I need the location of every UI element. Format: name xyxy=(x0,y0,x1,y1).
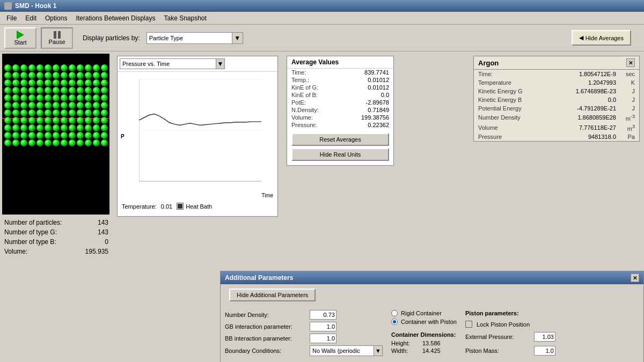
avg-pressure-label: Pressure: xyxy=(291,122,317,128)
particle xyxy=(28,102,35,109)
hide-real-units-button[interactable]: Hide Real Units xyxy=(291,148,389,161)
heatbath-checkbox-container[interactable]: Heat Bath xyxy=(177,203,212,210)
particle xyxy=(4,94,11,101)
particle xyxy=(85,102,92,109)
menu-snapshot[interactable]: Take Snapshot xyxy=(159,13,210,23)
param-bb-interaction: BB interaction parameter: xyxy=(225,334,383,343)
avg-volume-label: Volume: xyxy=(291,114,313,121)
gb-input[interactable] xyxy=(310,322,336,331)
radio-piston-circle[interactable] xyxy=(391,319,398,325)
argon-pressure-value: 9481318.0 xyxy=(547,134,617,140)
avg-kineg-label: KinE of G: xyxy=(291,84,318,91)
piston-mass-input[interactable] xyxy=(534,346,555,356)
boundary-dropdown-arrow[interactable]: ▼ xyxy=(374,345,383,356)
particle xyxy=(36,117,43,124)
chart-x-label: Time xyxy=(261,193,273,198)
particle xyxy=(101,72,108,79)
particle xyxy=(28,117,35,124)
particle xyxy=(77,79,84,86)
radio-rigid[interactable]: Rigid Container xyxy=(391,310,457,316)
particle xyxy=(93,139,100,146)
particle xyxy=(69,109,76,116)
menu-edit[interactable]: Edit xyxy=(21,13,41,23)
particle xyxy=(93,102,100,109)
particle xyxy=(45,132,52,139)
chart-svg: 0.5 0.0 -0.5 847.0 847.5 848.0 xyxy=(139,76,261,184)
particle xyxy=(77,64,84,71)
hide-averages-button[interactable]: ◀ Hide Averages xyxy=(572,30,631,46)
argon-time-value: 1.8054712E-9 xyxy=(547,71,617,77)
radio-piston[interactable]: Container with Piston xyxy=(391,319,457,325)
width-value: 14.425 xyxy=(422,348,449,354)
chart-dropdown-arrow[interactable]: ▼ xyxy=(216,58,225,69)
typeB-label: Number of type B: xyxy=(4,238,56,246)
avg-pote-value: -2.89678 xyxy=(366,99,389,106)
particle xyxy=(93,79,100,86)
typeG-label: Number of type G: xyxy=(4,228,57,236)
particle xyxy=(93,117,100,124)
particle xyxy=(36,132,43,139)
particle xyxy=(53,79,60,86)
averages-panel: Average Values Time: 839.7741 Temp.: 0.0… xyxy=(287,56,394,166)
start-button[interactable]: Start xyxy=(4,27,36,49)
params-header: Additional Parameters ✕ xyxy=(221,271,643,284)
radio-rigid-circle[interactable] xyxy=(391,310,398,316)
particle xyxy=(85,79,92,86)
chart-dropdown[interactable]: Pressure vs. Time xyxy=(120,58,216,69)
pause-button[interactable]: Pause xyxy=(41,27,73,49)
particle xyxy=(53,102,60,109)
ext-pressure-row: External Pressure: xyxy=(465,332,555,342)
heatbath-checkbox[interactable] xyxy=(177,203,184,210)
bb-input[interactable] xyxy=(310,334,336,343)
particle xyxy=(53,132,60,139)
height-label: Height: xyxy=(391,340,418,346)
particle xyxy=(45,102,52,109)
menu-iterations[interactable]: Iterations Between Displays xyxy=(71,13,159,23)
particle xyxy=(93,124,100,131)
particle xyxy=(45,87,52,94)
particle xyxy=(61,124,68,131)
avg-time-label: Time: xyxy=(291,69,306,76)
params-title: Additional Parameters xyxy=(225,274,293,282)
particle xyxy=(28,124,35,131)
ext-pressure-input[interactable] xyxy=(534,332,555,342)
params-body: Number Density: GB interaction parameter… xyxy=(221,306,643,362)
particle xyxy=(85,64,92,71)
argon-title: Argon xyxy=(478,59,499,67)
lock-piston-checkbox[interactable] xyxy=(465,321,472,328)
argon-time-label: Time: xyxy=(478,71,547,77)
menu-file[interactable]: File xyxy=(2,13,21,23)
argon-close-button[interactable]: ✕ xyxy=(626,58,635,67)
dropdown-arrow[interactable]: ▼ xyxy=(232,32,243,44)
width-label: Width: xyxy=(391,348,418,354)
params-close-button[interactable]: ✕ xyxy=(631,274,639,282)
hide-additional-button[interactable]: Hide Additional Parameters xyxy=(229,289,316,301)
particle xyxy=(77,139,84,146)
particle xyxy=(12,94,19,101)
particle xyxy=(53,117,60,124)
display-by-dropdown[interactable]: Particle Type xyxy=(147,32,232,44)
params-left-col: Number Density: GB interaction parameter… xyxy=(225,310,383,358)
particle xyxy=(85,109,92,116)
menu-options[interactable]: Options xyxy=(41,13,71,23)
particle xyxy=(12,87,19,94)
argon-ndensity-label: Number Density xyxy=(478,114,547,121)
boundary-dropdown[interactable]: No Walls (periodic xyxy=(310,345,374,356)
particle xyxy=(4,102,11,109)
particle xyxy=(101,117,108,124)
particle xyxy=(12,139,19,146)
argon-ndensity-unit: m-3 xyxy=(616,114,635,122)
nd-input[interactable] xyxy=(310,310,336,320)
hide-averages-label: Hide Averages xyxy=(586,35,624,41)
reset-averages-button[interactable]: Reset Averages xyxy=(291,133,389,146)
chart-header: Pressure vs. Time ▼ xyxy=(118,56,277,72)
volume-label: Volume: xyxy=(4,248,27,255)
particle xyxy=(53,124,60,131)
particle xyxy=(69,87,76,94)
avg-pote-label: PotE: xyxy=(291,99,306,106)
argon-kineb-label: Kinetic Energy B xyxy=(478,97,547,103)
particle xyxy=(36,94,43,101)
chart-type-label: Pressure vs. Time xyxy=(122,61,170,67)
particle xyxy=(36,87,43,94)
avg-ndensity-value: 0.71849 xyxy=(368,107,389,113)
